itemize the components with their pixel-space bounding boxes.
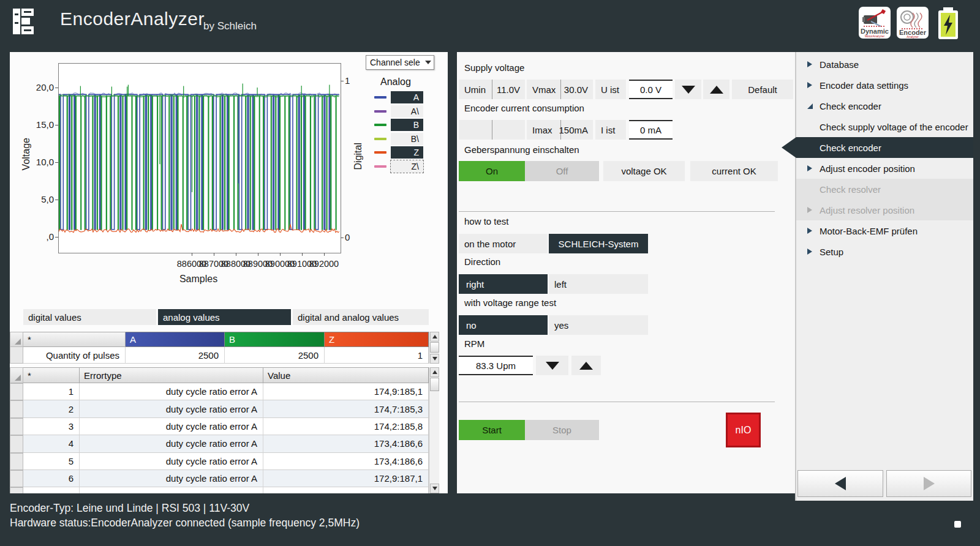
encoder-voltage-off-button[interactable]: Off (525, 161, 599, 181)
error-table-scrollbar[interactable] (429, 367, 439, 493)
y-tick-label-right: 0 (345, 232, 350, 242)
sidebar-item-encoder-data-settings[interactable]: Encoder data settings (796, 75, 973, 95)
scroll-thumb[interactable] (430, 378, 439, 391)
voltage-range-no-option[interactable]: no (459, 315, 548, 335)
select-all-triangle-icon (15, 338, 21, 345)
error-row-value[interactable]: 174,7:185,3 (263, 400, 429, 417)
error-row-value[interactable]: 173,4:186,6 (263, 435, 429, 452)
error-row-value[interactable]: 174,9:185,1 (263, 383, 429, 400)
on-the-motor-option[interactable]: on the motor (459, 234, 548, 253)
error-row-type[interactable] (80, 487, 263, 493)
app-logo-icon (12, 7, 36, 36)
direction-left-option[interactable]: left (549, 274, 648, 294)
row-selector-cell[interactable] (10, 346, 23, 364)
error-row-value[interactable]: 172,9:187,1 (263, 470, 429, 487)
voltage-down-button[interactable] (675, 80, 701, 99)
pulse-row-label[interactable]: Quantity of pulses (23, 347, 126, 364)
rpm-input[interactable]: 83.3 Upm (459, 356, 533, 375)
column-header-star: * (23, 332, 126, 347)
error-row-number[interactable]: 5 (23, 453, 80, 470)
direction-right-option[interactable]: right (459, 274, 548, 294)
pulse-table-scrollbar[interactable] (429, 332, 439, 364)
pulse-count-a[interactable]: 2500 (126, 347, 225, 364)
error-row-value[interactable] (263, 487, 429, 493)
umin-label: Umin (459, 80, 492, 99)
scroll-up-icon[interactable] (430, 367, 439, 377)
error-row-number[interactable]: 6 (23, 470, 80, 487)
error-row-value[interactable]: 173,4:186,6 (263, 453, 429, 470)
sidebar-item-adjust-encoder-position[interactable]: Adjust encoder position (796, 158, 973, 179)
error-row-type[interactable]: duty cycle ratio error A (80, 383, 263, 400)
error-row-number[interactable]: 2 (23, 400, 80, 417)
scroll-thumb[interactable] (430, 342, 439, 353)
nav-back-button[interactable] (797, 470, 883, 497)
y-tick-label: 20,0 (27, 82, 54, 92)
select-all-cell[interactable] (10, 332, 23, 347)
direction-label: Direction (464, 256, 500, 267)
error-row-number[interactable] (23, 487, 80, 493)
stop-button[interactable]: Stop (525, 420, 599, 440)
row-selector-cell[interactable] (10, 418, 23, 435)
error-row-type[interactable]: duty cycle ratio error A (80, 453, 263, 470)
sidebar-item-label: Database (820, 59, 859, 70)
voltage-up-button[interactable] (703, 80, 729, 99)
scroll-down-icon[interactable] (430, 484, 439, 493)
battery-status-icon (936, 6, 960, 43)
sidebar-item-setup[interactable]: Setup (796, 241, 973, 262)
legend-entry-label: A (391, 91, 423, 103)
y-tick-mark (55, 200, 58, 200)
uist-input[interactable]: 0.0 V (629, 80, 673, 99)
row-selector-cell[interactable] (10, 487, 23, 493)
scroll-down-icon[interactable] (430, 354, 439, 364)
error-row-type[interactable]: duty cycle ratio error A (80, 418, 263, 435)
encoder-voltage-on-button[interactable]: On (459, 161, 525, 181)
sidebar-item-label: Adjust encoder position (820, 163, 915, 174)
column-header-errortype: Errortype (80, 367, 263, 383)
select-all-cell[interactable] (10, 367, 23, 383)
voltage-range-yes-option[interactable]: yes (549, 315, 648, 335)
sidebar-item-motor-back-emf-pr-fen[interactable]: Motor-Back-EMF prüfen (796, 220, 973, 241)
row-selector-cell[interactable] (10, 470, 23, 487)
tab-digital-values[interactable]: digital values (23, 309, 156, 325)
row-selector-cell[interactable] (10, 400, 23, 417)
legend-entry-A-inv[interactable]: A\ (374, 105, 435, 118)
default-button[interactable]: Default (732, 80, 793, 99)
legend-entry-B-inv[interactable]: B\ (374, 132, 435, 146)
channel-select-dropdown[interactable]: Channel sele (366, 55, 434, 70)
legend-entry-B[interactable]: B (374, 118, 435, 132)
tree-marker (807, 103, 820, 109)
tab-digital-and-analog-values[interactable]: digital and analog values (293, 309, 429, 325)
row-selector-cell[interactable] (10, 383, 23, 400)
error-row-value[interactable]: 174,2:185,8 (263, 418, 429, 435)
row-selector-cell[interactable] (10, 453, 23, 470)
svg-text:MotorAnalyzer: MotorAnalyzer (865, 34, 885, 38)
pulse-count-z[interactable]: 1 (325, 347, 429, 364)
iist-input[interactable]: 0 mA (629, 120, 673, 140)
rpm-down-button[interactable] (536, 356, 568, 375)
row-selector-cell[interactable] (10, 435, 23, 452)
error-row-number[interactable]: 3 (23, 418, 80, 435)
sidebar-item-check-supply-voltage-of-the-encoder[interactable]: Check supply voltage of the encoder (796, 116, 973, 137)
sidebar-item-check-encoder[interactable]: Check encoder (796, 137, 973, 158)
start-button[interactable]: Start (459, 420, 525, 440)
scroll-up-icon[interactable] (430, 332, 439, 342)
error-row-number[interactable]: 1 (23, 383, 80, 400)
error-row-type[interactable]: duty cycle ratio error A (80, 400, 263, 417)
x-tick-mark (192, 253, 192, 256)
sidebar-item-database[interactable]: Database (796, 54, 973, 75)
legend-color-swatch (374, 110, 386, 113)
error-row-number[interactable]: 4 (23, 435, 80, 452)
pulse-count-b[interactable]: 2500 (225, 347, 325, 364)
legend-entry-Z[interactable]: Z (374, 146, 435, 159)
select-all-triangle-icon (15, 375, 21, 381)
error-row-type[interactable]: duty cycle ratio error A (80, 470, 263, 487)
rpm-up-button[interactable] (571, 356, 601, 375)
tab-analog-values[interactable]: analog values (158, 309, 291, 325)
legend-entry-Z-inv[interactable]: Z\ (374, 160, 435, 173)
legend-entry-A[interactable]: A (374, 91, 435, 104)
schleich-system-option[interactable]: SCHLEICH-System (549, 234, 648, 253)
error-row-type[interactable]: duty cycle ratio error A (80, 435, 263, 452)
app-title: EncoderAnalyzer (60, 9, 205, 29)
chevron-right-icon (807, 165, 812, 171)
sidebar-item-check-encoder[interactable]: Check encoder (796, 95, 973, 116)
